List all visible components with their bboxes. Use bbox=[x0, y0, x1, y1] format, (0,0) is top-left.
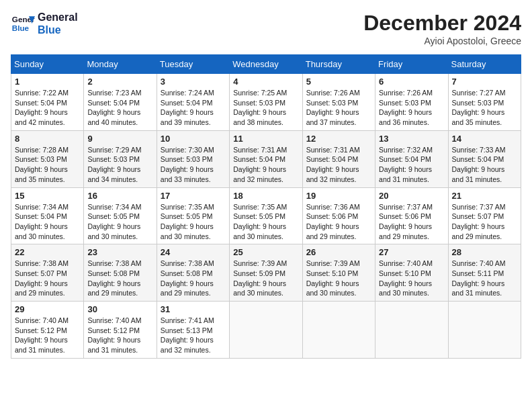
calendar-cell: 30Sunrise: 7:40 AM Sunset: 5:12 PM Dayli… bbox=[84, 302, 157, 359]
day-info: Sunrise: 7:28 AM Sunset: 5:03 PM Dayligh… bbox=[15, 145, 80, 185]
calendar-cell: 10Sunrise: 7:30 AM Sunset: 5:03 PM Dayli… bbox=[157, 130, 229, 187]
calendar-cell: 5Sunrise: 7:26 AM Sunset: 5:03 PM Daylig… bbox=[302, 74, 375, 131]
calendar-cell: 11Sunrise: 7:31 AM Sunset: 5:04 PM Dayli… bbox=[230, 130, 302, 187]
header: General Blue General Blue December 2024 … bbox=[11, 11, 521, 46]
day-number: 21 bbox=[452, 191, 517, 201]
day-info: Sunrise: 7:26 AM Sunset: 5:03 PM Dayligh… bbox=[379, 88, 444, 128]
calendar-cell: 2Sunrise: 7:23 AM Sunset: 5:04 PM Daylig… bbox=[84, 74, 157, 131]
day-number: 25 bbox=[233, 247, 298, 257]
calendar-week: 15Sunrise: 7:34 AM Sunset: 5:04 PM Dayli… bbox=[11, 187, 521, 244]
day-info: Sunrise: 7:35 AM Sunset: 5:05 PM Dayligh… bbox=[161, 202, 226, 242]
calendar-cell: 20Sunrise: 7:37 AM Sunset: 5:06 PM Dayli… bbox=[375, 187, 448, 244]
day-info: Sunrise: 7:38 AM Sunset: 5:07 PM Dayligh… bbox=[15, 259, 80, 298]
weekday-header: Wednesday bbox=[230, 55, 302, 74]
day-info: Sunrise: 7:27 AM Sunset: 5:03 PM Dayligh… bbox=[452, 88, 517, 128]
day-info: Sunrise: 7:33 AM Sunset: 5:04 PM Dayligh… bbox=[452, 145, 517, 185]
day-info: Sunrise: 7:30 AM Sunset: 5:03 PM Dayligh… bbox=[161, 145, 226, 185]
weekday-header: Tuesday bbox=[157, 55, 229, 74]
day-number: 11 bbox=[233, 134, 298, 144]
day-number: 7 bbox=[452, 77, 517, 87]
day-number: 29 bbox=[15, 304, 80, 314]
calendar-cell bbox=[230, 302, 302, 359]
day-number: 24 bbox=[161, 247, 226, 257]
svg-text:Blue: Blue bbox=[12, 24, 30, 32]
weekday-header: Monday bbox=[84, 55, 157, 74]
day-info: Sunrise: 7:22 AM Sunset: 5:04 PM Dayligh… bbox=[15, 88, 80, 128]
calendar-cell: 27Sunrise: 7:40 AM Sunset: 5:10 PM Dayli… bbox=[375, 244, 448, 302]
calendar-week: 29Sunrise: 7:40 AM Sunset: 5:12 PM Dayli… bbox=[11, 302, 521, 359]
day-info: Sunrise: 7:24 AM Sunset: 5:04 PM Dayligh… bbox=[161, 88, 226, 128]
calendar-cell: 29Sunrise: 7:40 AM Sunset: 5:12 PM Dayli… bbox=[11, 302, 84, 359]
day-info: Sunrise: 7:29 AM Sunset: 5:03 PM Dayligh… bbox=[87, 145, 152, 185]
calendar-week: 1Sunrise: 7:22 AM Sunset: 5:04 PM Daylig… bbox=[11, 74, 521, 131]
day-number: 18 bbox=[233, 191, 298, 201]
calendar-cell: 22Sunrise: 7:38 AM Sunset: 5:07 PM Dayli… bbox=[11, 244, 84, 302]
day-number: 20 bbox=[379, 191, 444, 201]
day-number: 16 bbox=[87, 191, 152, 201]
day-info: Sunrise: 7:41 AM Sunset: 5:13 PM Dayligh… bbox=[161, 316, 226, 355]
calendar-cell: 26Sunrise: 7:39 AM Sunset: 5:10 PM Dayli… bbox=[302, 244, 375, 302]
day-info: Sunrise: 7:26 AM Sunset: 5:03 PM Dayligh… bbox=[306, 88, 371, 128]
month-year: December 2024 bbox=[363, 11, 521, 36]
day-info: Sunrise: 7:25 AM Sunset: 5:03 PM Dayligh… bbox=[233, 88, 298, 128]
day-info: Sunrise: 7:40 AM Sunset: 5:12 PM Dayligh… bbox=[15, 316, 80, 355]
calendar-cell bbox=[375, 302, 448, 359]
calendar-cell: 6Sunrise: 7:26 AM Sunset: 5:03 PM Daylig… bbox=[375, 74, 448, 131]
weekday-header: Thursday bbox=[302, 55, 375, 74]
day-number: 23 bbox=[87, 247, 152, 257]
calendar-cell: 14Sunrise: 7:33 AM Sunset: 5:04 PM Dayli… bbox=[448, 130, 521, 187]
day-number: 12 bbox=[306, 134, 371, 144]
day-number: 6 bbox=[379, 77, 444, 87]
day-number: 22 bbox=[15, 247, 80, 257]
day-number: 19 bbox=[306, 191, 371, 201]
day-info: Sunrise: 7:38 AM Sunset: 5:08 PM Dayligh… bbox=[87, 259, 152, 298]
calendar-cell: 19Sunrise: 7:36 AM Sunset: 5:06 PM Dayli… bbox=[302, 187, 375, 244]
calendar-cell: 16Sunrise: 7:34 AM Sunset: 5:05 PM Dayli… bbox=[84, 187, 157, 244]
location: Ayioi Apostoloi, Greece bbox=[363, 36, 521, 46]
day-number: 26 bbox=[306, 247, 371, 257]
day-info: Sunrise: 7:40 AM Sunset: 5:11 PM Dayligh… bbox=[452, 259, 517, 298]
calendar-cell: 8Sunrise: 7:28 AM Sunset: 5:03 PM Daylig… bbox=[11, 130, 84, 187]
calendar-cell: 13Sunrise: 7:32 AM Sunset: 5:04 PM Dayli… bbox=[375, 130, 448, 187]
day-info: Sunrise: 7:34 AM Sunset: 5:04 PM Dayligh… bbox=[15, 202, 80, 242]
calendar-cell: 23Sunrise: 7:38 AM Sunset: 5:08 PM Dayli… bbox=[84, 244, 157, 302]
day-number: 15 bbox=[15, 191, 80, 201]
day-number: 10 bbox=[161, 134, 226, 144]
calendar-cell: 1Sunrise: 7:22 AM Sunset: 5:04 PM Daylig… bbox=[11, 74, 84, 131]
weekday-header: Friday bbox=[375, 55, 448, 74]
day-info: Sunrise: 7:40 AM Sunset: 5:10 PM Dayligh… bbox=[379, 259, 444, 298]
day-info: Sunrise: 7:36 AM Sunset: 5:06 PM Dayligh… bbox=[306, 202, 371, 242]
day-info: Sunrise: 7:23 AM Sunset: 5:04 PM Dayligh… bbox=[87, 88, 152, 128]
calendar-header: SundayMondayTuesdayWednesdayThursdayFrid… bbox=[11, 55, 521, 74]
day-number: 30 bbox=[87, 304, 152, 314]
title-block: December 2024 Ayioi Apostoloi, Greece bbox=[363, 11, 521, 46]
calendar-week: 8Sunrise: 7:28 AM Sunset: 5:03 PM Daylig… bbox=[11, 130, 521, 187]
day-info: Sunrise: 7:39 AM Sunset: 5:10 PM Dayligh… bbox=[306, 259, 371, 298]
logo-line1: General bbox=[38, 11, 78, 24]
calendar-cell: 15Sunrise: 7:34 AM Sunset: 5:04 PM Dayli… bbox=[11, 187, 84, 244]
calendar-cell: 21Sunrise: 7:37 AM Sunset: 5:07 PM Dayli… bbox=[448, 187, 521, 244]
day-number: 5 bbox=[306, 77, 371, 87]
day-info: Sunrise: 7:39 AM Sunset: 5:09 PM Dayligh… bbox=[233, 259, 298, 298]
calendar-body: 1Sunrise: 7:22 AM Sunset: 5:04 PM Daylig… bbox=[11, 74, 521, 359]
weekday-row: SundayMondayTuesdayWednesdayThursdayFrid… bbox=[11, 55, 521, 74]
day-info: Sunrise: 7:37 AM Sunset: 5:06 PM Dayligh… bbox=[379, 202, 444, 242]
day-number: 2 bbox=[87, 77, 152, 87]
day-number: 27 bbox=[379, 247, 444, 257]
calendar-week: 22Sunrise: 7:38 AM Sunset: 5:07 PM Dayli… bbox=[11, 244, 521, 302]
calendar-cell: 18Sunrise: 7:35 AM Sunset: 5:05 PM Dayli… bbox=[230, 187, 302, 244]
day-number: 4 bbox=[233, 77, 298, 87]
day-info: Sunrise: 7:34 AM Sunset: 5:05 PM Dayligh… bbox=[87, 202, 152, 242]
logo-icon: General Blue bbox=[11, 11, 35, 36]
weekday-header: Saturday bbox=[448, 55, 521, 74]
calendar-cell: 4Sunrise: 7:25 AM Sunset: 5:03 PM Daylig… bbox=[230, 74, 302, 131]
day-info: Sunrise: 7:31 AM Sunset: 5:04 PM Dayligh… bbox=[233, 145, 298, 185]
calendar-cell bbox=[302, 302, 375, 359]
calendar-cell: 12Sunrise: 7:31 AM Sunset: 5:04 PM Dayli… bbox=[302, 130, 375, 187]
day-info: Sunrise: 7:37 AM Sunset: 5:07 PM Dayligh… bbox=[452, 202, 517, 242]
day-number: 14 bbox=[452, 134, 517, 144]
day-number: 28 bbox=[452, 247, 517, 257]
calendar-cell: 3Sunrise: 7:24 AM Sunset: 5:04 PM Daylig… bbox=[157, 74, 229, 131]
calendar-cell: 28Sunrise: 7:40 AM Sunset: 5:11 PM Dayli… bbox=[448, 244, 521, 302]
calendar-cell: 17Sunrise: 7:35 AM Sunset: 5:05 PM Dayli… bbox=[157, 187, 229, 244]
